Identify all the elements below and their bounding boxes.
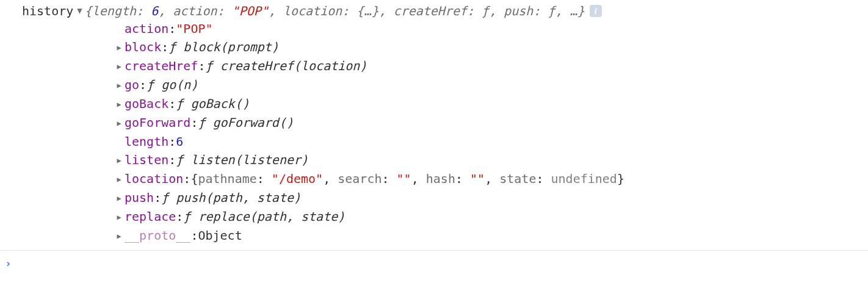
disclosure-triangle-right-icon[interactable]: ▶ xyxy=(114,230,125,242)
function-preview: ƒ createHref(location) xyxy=(205,59,367,73)
object-preview: {pathname: "/demo", search: "", hash: ""… xyxy=(190,171,624,186)
prop-replace[interactable]: ▶ replace: ƒ replace(path, state) xyxy=(114,207,868,226)
function-preview: ƒ goForward() xyxy=(198,115,294,130)
object-properties: action: "POP" ▶ block: ƒ block(prompt) ▶… xyxy=(0,20,868,245)
prop-goBack[interactable]: ▶ goBack: ƒ goBack() xyxy=(114,95,868,113)
prop-listen[interactable]: ▶ listen: ƒ listen(listener) xyxy=(114,151,868,170)
console-input-row[interactable]: › xyxy=(0,250,868,275)
prop-proto[interactable]: ▶ __proto__: Object xyxy=(114,226,868,245)
prop-length[interactable]: length: 6 xyxy=(114,132,868,151)
disclosure-triangle-right-icon[interactable]: ▶ xyxy=(114,211,125,223)
disclosure-triangle-right-icon[interactable]: ▶ xyxy=(114,173,125,185)
logged-object-header[interactable]: history ▼ {length: 6, action: "POP", loc… xyxy=(0,2,868,20)
disclosure-triangle-right-icon[interactable]: ▶ xyxy=(114,154,125,167)
variable-name: history xyxy=(22,4,73,18)
disclosure-triangle-right-icon[interactable]: ▶ xyxy=(114,41,125,54)
prop-action[interactable]: action: "POP" xyxy=(114,20,868,38)
prop-goForward[interactable]: ▶ goForward: ƒ goForward() xyxy=(114,113,868,132)
disclosure-triangle-down-icon[interactable]: ▼ xyxy=(77,3,82,18)
prop-block[interactable]: ▶ block: ƒ block(prompt) xyxy=(114,38,868,57)
prompt-caret-icon: › xyxy=(5,257,12,270)
prop-createHref[interactable]: ▶ createHref: ƒ createHref(location) xyxy=(114,57,868,76)
prop-location[interactable]: ▶ location: {pathname: "/demo", search: … xyxy=(114,170,868,188)
function-preview: ƒ listen(listener) xyxy=(176,152,308,167)
function-preview: ƒ replace(path, state) xyxy=(183,209,345,224)
function-preview: ƒ go(n) xyxy=(146,77,198,92)
disclosure-triangle-right-icon[interactable]: ▶ xyxy=(114,60,125,73)
disclosure-triangle-right-icon[interactable]: ▶ xyxy=(114,192,125,204)
disclosure-triangle-right-icon[interactable]: ▶ xyxy=(114,98,125,110)
console-output: history ▼ {length: 6, action: "POP", loc… xyxy=(0,0,868,275)
function-preview: ƒ push(path, state) xyxy=(161,190,301,205)
function-preview: ƒ goBack() xyxy=(176,96,249,111)
info-icon[interactable]: i xyxy=(590,5,602,17)
prop-go[interactable]: ▶ go: ƒ go(n) xyxy=(114,76,868,95)
prop-push[interactable]: ▶ push: ƒ push(path, state) xyxy=(114,188,868,207)
function-preview: ƒ block(prompt) xyxy=(168,40,279,54)
disclosure-triangle-right-icon[interactable]: ▶ xyxy=(114,79,125,92)
object-summary: {length: 6, action: "POP", location: {…}… xyxy=(85,4,585,18)
disclosure-triangle-right-icon[interactable]: ▶ xyxy=(114,117,125,129)
